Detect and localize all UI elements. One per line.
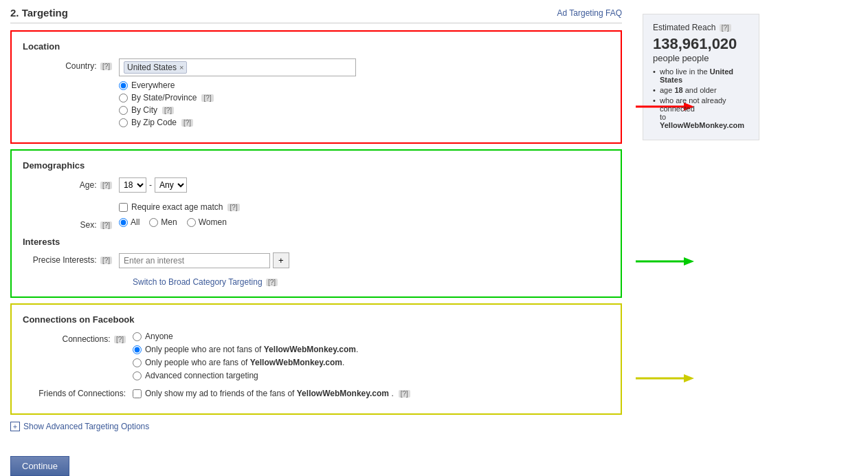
advanced-targeting-link[interactable]: Show Advanced Targeting Options bbox=[23, 422, 149, 431]
friends-row: Friends of Connections: Only show my ad … bbox=[23, 386, 610, 398]
advanced-targeting-row: + Show Advanced Targeting Options bbox=[10, 422, 622, 431]
precise-interests-help[interactable]: [?] bbox=[100, 257, 112, 264]
svg-marker-3 bbox=[684, 257, 694, 266]
by-state-option[interactable]: By State/Province [?] bbox=[119, 93, 356, 102]
switch-help[interactable]: [?] bbox=[266, 279, 278, 286]
conn-not-fans-option[interactable]: Only people who are not fans of YellowWe… bbox=[133, 345, 358, 354]
location-section: Location Country: [?] United States × bbox=[10, 30, 622, 144]
faq-link[interactable]: Ad Targeting FAQ bbox=[557, 8, 623, 18]
sex-field-row: Sex: [?] All Men Women bbox=[23, 217, 610, 230]
age-controls: 18 192021 - Any 181920 bbox=[119, 177, 187, 193]
conn-fans-option[interactable]: Only people who are fans of YellowWebMon… bbox=[133, 358, 358, 367]
sex-men-option[interactable]: Men bbox=[149, 217, 177, 227]
by-zip-option[interactable]: By Zip Code [?] bbox=[119, 118, 356, 127]
interest-input-row: + bbox=[119, 252, 289, 268]
friends-options: Only show my ad to friends of the fans o… bbox=[133, 389, 410, 398]
estimated-reach-title: Estimated Reach [?] bbox=[653, 23, 749, 32]
country-field-row: Country: [?] United States × Everywhere bbox=[23, 58, 610, 127]
connections-options: Anyone Only people who are not fans of Y… bbox=[133, 332, 358, 380]
reach-bullet-3: who are not already connected to YellowW… bbox=[653, 96, 749, 129]
reach-number: 138,961,020 bbox=[653, 35, 737, 52]
advanced-plus-icon: + bbox=[10, 422, 20, 431]
conn-anyone-option[interactable]: Anyone bbox=[133, 332, 358, 341]
conn-advanced-radio[interactable] bbox=[133, 371, 142, 380]
demographics-section: Demographics Age: [?] 18 192021 - Any 18… bbox=[10, 149, 622, 298]
svg-marker-5 bbox=[684, 374, 694, 382]
everywhere-radio[interactable] bbox=[119, 81, 128, 90]
page-header: 2. Targeting Ad Targeting FAQ bbox=[10, 7, 622, 23]
sidebar: Estimated Reach [?] 138,961,020 people p… bbox=[632, 7, 770, 476]
by-zip-help[interactable]: [?] bbox=[181, 119, 193, 127]
yellow-arrow bbox=[636, 371, 698, 385]
interest-input[interactable] bbox=[119, 253, 270, 268]
location-radio-group: Everywhere By State/Province [?] By City… bbox=[119, 80, 356, 127]
by-state-help[interactable]: [?] bbox=[201, 94, 213, 102]
age-from-select[interactable]: 18 192021 bbox=[119, 177, 146, 193]
estimated-reach-help[interactable]: [?] bbox=[720, 24, 731, 32]
conn-not-fans-radio[interactable] bbox=[133, 345, 142, 354]
age-label: Age: [?] bbox=[23, 177, 119, 190]
conn-advanced-option[interactable]: Advanced connection targeting bbox=[133, 371, 358, 380]
switch-broad-category-link[interactable]: Switch to Broad Category Targeting [?] bbox=[23, 277, 278, 287]
connections-row: Connections: [?] Anyone Only people who … bbox=[23, 332, 610, 380]
sex-all-option[interactable]: All bbox=[119, 217, 140, 227]
age-field-row: Age: [?] 18 192021 - Any 181920 bbox=[23, 177, 610, 197]
demographics-title: Demographics bbox=[23, 160, 610, 171]
sex-women-option[interactable]: Women bbox=[187, 217, 227, 227]
exact-age-help[interactable]: [?] bbox=[227, 204, 239, 211]
page-title: 2. Targeting bbox=[10, 7, 68, 19]
friends-label: Friends of Connections: bbox=[23, 386, 133, 398]
age-help[interactable]: [?] bbox=[100, 182, 112, 189]
sex-label: Sex: [?] bbox=[23, 217, 119, 230]
by-state-radio[interactable] bbox=[119, 94, 128, 102]
by-city-option[interactable]: By City [?] bbox=[119, 105, 356, 115]
connections-section: Connections on Facebook Connections: [?]… bbox=[10, 303, 622, 415]
friends-checkbox[interactable] bbox=[133, 389, 142, 398]
reach-list: who live in the United States age 18 and… bbox=[653, 67, 749, 129]
everywhere-option[interactable]: Everywhere bbox=[119, 80, 356, 90]
sex-help[interactable]: [?] bbox=[100, 221, 112, 229]
by-city-radio[interactable] bbox=[119, 106, 128, 115]
estimated-reach-box: Estimated Reach [?] 138,961,020 people p… bbox=[643, 14, 759, 140]
sex-options: All Men Women bbox=[119, 217, 227, 227]
country-help[interactable]: [?] bbox=[100, 63, 112, 70]
sex-women-radio[interactable] bbox=[187, 218, 196, 227]
interests-title: Interests bbox=[23, 237, 610, 247]
country-label: Country: [?] bbox=[23, 58, 119, 71]
location-title: Location bbox=[23, 41, 610, 52]
reach-number-row: 138,961,020 people people bbox=[653, 35, 749, 63]
country-tag-remove[interactable]: × bbox=[179, 63, 183, 72]
connections-title: Connections on Facebook bbox=[23, 314, 610, 325]
by-city-help[interactable]: [?] bbox=[162, 107, 174, 114]
sex-men-radio[interactable] bbox=[149, 218, 158, 227]
green-arrow bbox=[636, 255, 698, 268]
country-input-wrapper[interactable]: United States × bbox=[119, 58, 356, 76]
friends-help[interactable]: [?] bbox=[399, 390, 410, 398]
by-zip-radio[interactable] bbox=[119, 118, 128, 127]
reach-bullet-2: age 18 and older bbox=[653, 86, 749, 94]
connections-help[interactable]: [?] bbox=[114, 336, 126, 343]
precise-interests-row: Precise Interests: [?] + bbox=[23, 252, 610, 268]
add-interest-button[interactable]: + bbox=[273, 252, 289, 268]
country-tag: United States × bbox=[124, 61, 187, 74]
country-input-area: United States × Everywhere By State/Prov… bbox=[119, 58, 356, 127]
continue-row: Continue bbox=[10, 445, 622, 476]
sex-all-radio[interactable] bbox=[119, 218, 128, 227]
connections-label: Connections: [?] bbox=[23, 332, 133, 344]
continue-button[interactable]: Continue bbox=[10, 456, 69, 476]
reach-unit: people bbox=[653, 53, 680, 63]
exact-age-checkbox[interactable] bbox=[119, 203, 128, 212]
precise-interests-label: Precise Interests: [?] bbox=[23, 252, 119, 265]
exact-age-row: Require exact age match [?] bbox=[23, 202, 610, 212]
reach-bullet-1: who live in the United States bbox=[653, 67, 749, 84]
conn-fans-radio[interactable] bbox=[133, 358, 142, 367]
age-to-select[interactable]: Any 181920 bbox=[155, 177, 187, 193]
conn-anyone-radio[interactable] bbox=[133, 332, 142, 341]
